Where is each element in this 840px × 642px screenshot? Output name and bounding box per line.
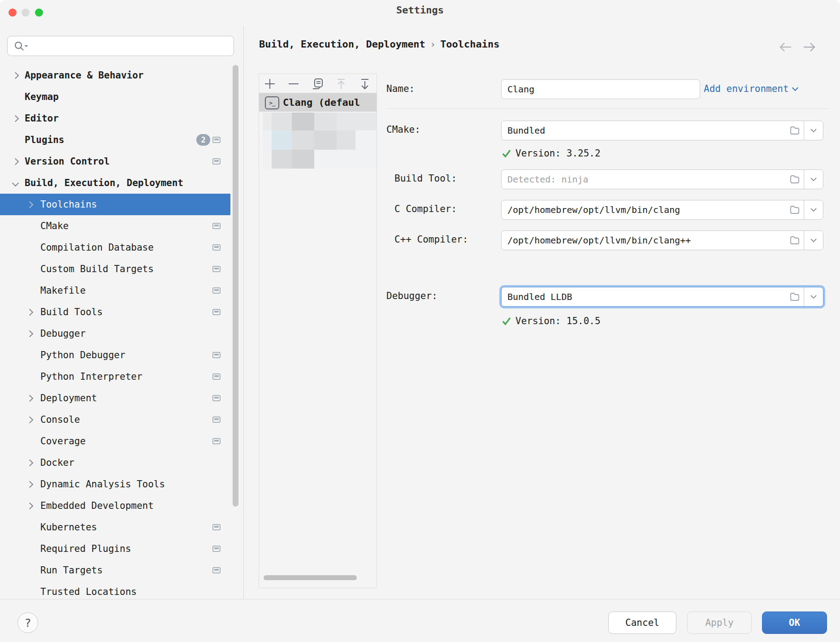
search-options-caret-icon <box>25 45 28 47</box>
redacted-block <box>337 113 377 130</box>
cpp-compiler-label: C++ Compiler: <box>394 234 468 245</box>
sidebar-item-editor[interactable]: Editor <box>0 108 230 129</box>
sidebar-item-version-control[interactable]: Version Control <box>0 151 230 172</box>
sidebar-item-plugins[interactable]: Plugins2 <box>0 129 230 151</box>
chevron-down-icon[interactable] <box>12 180 19 187</box>
build-tool-dropdown-button[interactable] <box>804 170 823 189</box>
chevron-right-icon[interactable] <box>26 395 34 402</box>
sidebar-item-trusted-locations[interactable]: Trusted Locations <box>0 581 230 599</box>
redacted-block <box>314 130 337 150</box>
sidebar-scrollbar[interactable] <box>233 65 238 507</box>
chevron-right-icon[interactable] <box>26 481 34 488</box>
chevron-right-icon[interactable] <box>12 72 19 79</box>
redacted-block <box>337 130 355 150</box>
sidebar-item-label: Deployment <box>40 393 97 403</box>
settings-marker-icon <box>212 223 221 229</box>
chevron-right-icon[interactable] <box>12 115 19 122</box>
debugger-combo[interactable]: Bundled LLDB <box>501 287 823 307</box>
add-environment-link[interactable]: Add environment <box>704 83 797 94</box>
sidebar-item-label: Toolchains <box>40 199 97 210</box>
forward-arrow-button[interactable] <box>801 40 817 54</box>
folder-icon[interactable] <box>786 235 804 245</box>
redacted-block <box>272 113 292 130</box>
sidebar-item-deployment[interactable]: Deployment <box>0 387 230 409</box>
back-arrow-button[interactable] <box>778 40 794 54</box>
build-tool-combo[interactable]: Detected: ninja <box>501 169 823 189</box>
sidebar-item-kubernetes[interactable]: Kubernetes <box>0 516 230 538</box>
sidebar-item-required-plugins[interactable]: Required Plugins <box>0 538 230 560</box>
name-input[interactable] <box>501 79 700 99</box>
redacted-preview <box>259 74 377 588</box>
sidebar-item-build-execution-deployment[interactable]: Build, Execution, Deployment <box>0 172 230 194</box>
sidebar-item-coverage[interactable]: Coverage <box>0 430 230 452</box>
redacted-block <box>355 130 377 150</box>
sidebar-item-label: Build Tools <box>40 307 103 317</box>
sidebar-item-dynamic-analysis-tools[interactable]: Dynamic Analysis Tools <box>0 473 230 495</box>
redacted-block <box>263 150 272 169</box>
sidebar-item-compilation-database[interactable]: Compilation Database <box>0 237 230 258</box>
sidebar-item-toolchains[interactable]: Toolchains <box>0 194 230 215</box>
sidebar-item-custom-build-targets[interactable]: Custom Build Targets <box>0 258 230 280</box>
sidebar-item-docker[interactable]: Docker <box>0 452 230 473</box>
chevron-right-icon[interactable] <box>12 158 19 165</box>
sidebar-item-keymap[interactable]: Keymap <box>0 86 230 108</box>
sidebar-item-appearance-behavior[interactable]: Appearance & Behavior <box>0 65 230 86</box>
c-compiler-combo[interactable]: /opt/homebrew/opt/llvm/bin/clang <box>501 200 823 220</box>
sidebar-item-makefile[interactable]: Makefile <box>0 280 230 301</box>
cmake-label: CMake: <box>386 124 420 135</box>
settings-search-input[interactable] <box>7 36 234 56</box>
sidebar-item-label: Run Targets <box>40 565 103 576</box>
settings-marker-icon <box>212 373 221 380</box>
sidebar-item-debugger[interactable]: Debugger <box>0 323 230 344</box>
sidebar-item-python-interpreter[interactable]: Python Interpreter <box>0 366 230 387</box>
debugger-version-text: Version: 15.0.5 <box>515 316 601 326</box>
settings-window: Settings Appearance & BehaviorKeymapEdit… <box>0 0 840 642</box>
toolchain-list-hscrollbar[interactable] <box>264 575 357 580</box>
folder-icon[interactable] <box>786 174 804 184</box>
settings-marker-icon <box>212 416 221 423</box>
redacted-block <box>272 150 292 169</box>
cpp-compiler-combo[interactable]: /opt/homebrew/opt/llvm/bin/clang++ <box>501 230 823 250</box>
check-icon <box>502 148 511 158</box>
cmake-value: Bundled <box>502 125 786 136</box>
sidebar-item-build-tools[interactable]: Build Tools <box>0 301 230 323</box>
apply-button[interactable]: Apply <box>687 612 752 634</box>
cmake-combo[interactable]: Bundled <box>501 121 823 140</box>
folder-icon[interactable] <box>786 205 804 215</box>
chevron-right-icon[interactable] <box>26 309 34 316</box>
sidebar-item-cmake[interactable]: CMake <box>0 215 230 237</box>
sidebar-item-embedded-development[interactable]: Embedded Development <box>0 495 230 516</box>
cmake-dropdown-button[interactable] <box>804 121 823 140</box>
chevron-right-icon[interactable] <box>26 330 34 338</box>
sidebar-item-label: Compilation Database <box>40 242 154 253</box>
chevron-right-icon[interactable] <box>26 416 34 424</box>
add-environment-label: Add environment <box>704 83 789 94</box>
sidebar-item-label: Dynamic Analysis Tools <box>40 479 165 490</box>
chevron-right-icon[interactable] <box>26 201 34 208</box>
help-button[interactable]: ? <box>17 612 38 633</box>
redacted-block <box>263 113 272 130</box>
chevron-down-icon <box>810 207 817 213</box>
breadcrumb-section[interactable]: Build, Execution, Deployment <box>259 39 425 50</box>
sidebar-item-console[interactable]: Console <box>0 409 230 430</box>
c-compiler-dropdown-button[interactable] <box>804 200 823 219</box>
folder-icon[interactable] <box>786 126 804 135</box>
cpp-compiler-value: /opt/homebrew/opt/llvm/bin/clang++ <box>502 235 786 246</box>
settings-marker-icon <box>212 546 221 552</box>
redacted-block <box>314 113 337 130</box>
cpp-compiler-dropdown-button[interactable] <box>804 231 823 250</box>
sidebar-item-label: Appearance & Behavior <box>25 70 144 81</box>
cancel-button[interactable]: Cancel <box>608 612 676 634</box>
debugger-dropdown-button[interactable] <box>804 287 823 306</box>
chevron-right-icon[interactable] <box>26 503 34 510</box>
sidebar-item-python-debugger[interactable]: Python Debugger <box>0 344 230 366</box>
chevron-down-icon <box>810 238 817 243</box>
redacted-block <box>314 150 377 169</box>
settings-marker-icon <box>212 309 221 315</box>
sidebar-item-run-targets[interactable]: Run Targets <box>0 560 230 581</box>
chevron-right-icon[interactable] <box>26 460 34 467</box>
folder-icon[interactable] <box>786 292 804 302</box>
cmake-version-text: Version: 3.25.2 <box>515 148 601 159</box>
debugger-value: Bundled LLDB <box>502 291 786 302</box>
ok-button[interactable]: OK <box>762 612 827 634</box>
